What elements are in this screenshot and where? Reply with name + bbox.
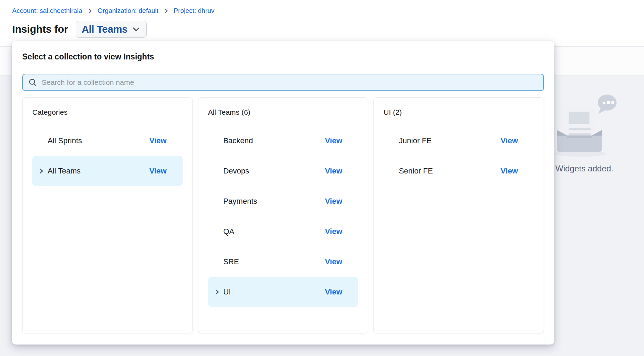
modal-title: Select a collection to view Insights xyxy=(22,52,544,62)
empty-widgets-illustration xyxy=(552,92,622,160)
chevron-right-icon xyxy=(38,137,48,144)
view-link[interactable]: View xyxy=(149,136,167,145)
collection-item-sre[interactable]: SRE View xyxy=(208,246,358,277)
collection-item-label: All Sprints xyxy=(48,136,82,145)
column-all-teams: All Teams (6) Backend View Devops View P… xyxy=(198,97,369,333)
collection-item-label: Junior FE xyxy=(399,136,431,145)
collection-columns: Categories All Sprints View All Teams Vi… xyxy=(22,97,544,333)
breadcrumb-link-organization[interactable]: Organization: default xyxy=(98,7,158,15)
collection-item-label: UI xyxy=(223,288,231,297)
view-link[interactable]: View xyxy=(501,136,518,145)
chevron-right-icon xyxy=(214,258,223,265)
collection-picker-modal: Select a collection to view Insights Cat… xyxy=(12,41,554,345)
view-link[interactable]: View xyxy=(325,167,342,176)
view-link[interactable]: View xyxy=(325,288,342,297)
column-title: Categories xyxy=(32,108,183,116)
collection-item-senior-fe[interactable]: Senior FE View xyxy=(383,156,534,186)
empty-widgets-state: Widgets added. xyxy=(552,92,643,162)
collection-item-backend[interactable]: Backend View xyxy=(208,126,358,156)
chevron-right-icon xyxy=(214,168,223,175)
chevron-right-icon xyxy=(389,137,399,144)
collection-item-label: Senior FE xyxy=(399,167,433,176)
chevron-right-icon xyxy=(214,137,223,144)
collection-item-payments[interactable]: Payments View xyxy=(208,186,358,216)
collection-dropdown-label: All Teams xyxy=(82,24,127,35)
collection-item-devops[interactable]: Devops View xyxy=(208,156,358,186)
collection-item-junior-fe[interactable]: Junior FE View xyxy=(383,126,534,156)
collection-item-all-teams[interactable]: All Teams View xyxy=(32,156,183,186)
search-bar xyxy=(22,74,544,91)
collection-dropdown-button[interactable]: All Teams xyxy=(76,21,147,38)
breadcrumb: Account: sai.cheethirala Organization: d… xyxy=(12,7,214,15)
page-header: Insights for All Teams xyxy=(12,21,147,38)
breadcrumb-separator-icon xyxy=(163,8,169,14)
view-link[interactable]: View xyxy=(501,167,518,176)
column-ui: UI (2) Junior FE View Senior FE View xyxy=(373,97,544,333)
breadcrumb-separator-icon xyxy=(87,8,93,14)
view-link[interactable]: View xyxy=(325,257,342,266)
collection-item-label: All Teams xyxy=(48,167,81,176)
chevron-down-icon xyxy=(132,25,141,34)
collection-item-qa[interactable]: QA View xyxy=(208,216,358,246)
collection-item-label: Payments xyxy=(223,197,257,206)
collection-item-label: Backend xyxy=(223,136,253,145)
breadcrumb-link-project[interactable]: Project: dhruv xyxy=(174,7,214,15)
collection-item-label: SRE xyxy=(223,257,239,266)
column-title: UI (2) xyxy=(383,108,534,116)
search-icon xyxy=(28,78,37,87)
column-title: All Teams (6) xyxy=(208,108,358,116)
view-link[interactable]: View xyxy=(325,197,342,206)
chevron-right-icon xyxy=(214,289,223,296)
view-link[interactable]: View xyxy=(325,136,342,145)
chevron-right-icon xyxy=(214,228,223,235)
collection-item-all-sprints[interactable]: All Sprints View xyxy=(32,126,183,156)
chevron-right-icon xyxy=(214,198,223,205)
search-input[interactable] xyxy=(42,78,538,87)
collection-item-ui[interactable]: UI View xyxy=(208,277,358,307)
collection-item-label: QA xyxy=(223,227,234,236)
page-title: Insights for xyxy=(12,23,68,35)
view-link[interactable]: View xyxy=(325,227,342,236)
column-categories: Categories All Sprints View All Teams Vi… xyxy=(22,97,193,333)
view-link[interactable]: View xyxy=(149,167,167,176)
empty-state-caption: Widgets added. xyxy=(555,164,613,173)
chevron-right-icon xyxy=(389,168,399,175)
collection-item-label: Devops xyxy=(223,167,249,176)
chevron-right-icon xyxy=(38,168,48,175)
breadcrumb-link-account[interactable]: Account: sai.cheethirala xyxy=(12,7,82,15)
